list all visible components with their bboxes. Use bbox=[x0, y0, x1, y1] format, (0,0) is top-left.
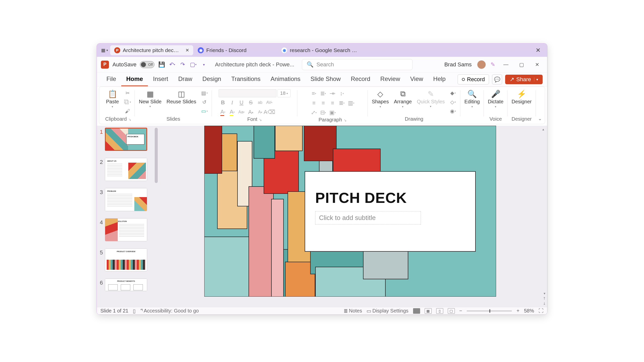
dialog-launcher-icon[interactable]: ↘ bbox=[259, 118, 262, 122]
numbering-button[interactable]: ≣▾ bbox=[319, 90, 328, 97]
underline-button[interactable]: U bbox=[237, 99, 246, 106]
tab-transitions[interactable]: Transitions bbox=[226, 72, 265, 86]
slideshow-view-button[interactable]: ▢ bbox=[448, 308, 455, 314]
tab-design[interactable]: Design bbox=[197, 72, 226, 86]
justify-button[interactable]: ≣▾ bbox=[338, 99, 346, 107]
qat-customize-icon[interactable]: ▾ bbox=[200, 61, 207, 68]
dialog-launcher-icon[interactable]: ↘ bbox=[128, 117, 131, 121]
accessibility-status[interactable]: ཀAccessibility: Good to go bbox=[140, 308, 199, 314]
font-size-select[interactable]: 18▾ bbox=[277, 89, 291, 97]
reset-button[interactable]: ↺ bbox=[200, 98, 209, 106]
tab-home[interactable]: Home bbox=[121, 72, 148, 86]
clear-format-button[interactable]: A⌫ bbox=[265, 108, 274, 116]
thumb-row-1[interactable]: 1 PITCH DECK bbox=[98, 128, 157, 151]
shape-outline-button[interactable]: ◇ bbox=[449, 98, 457, 106]
highlight-button[interactable]: A▾ bbox=[228, 108, 236, 116]
thumb-card[interactable]: PRODUCT OVERVIEW bbox=[105, 248, 147, 272]
record-button[interactable]: Record bbox=[458, 74, 489, 84]
save-icon[interactable]: 💾 bbox=[158, 61, 165, 68]
maximize-button[interactable]: ▢ bbox=[515, 60, 528, 70]
editing-button[interactable]: 🔍Editing bbox=[462, 88, 482, 109]
scroll-down-icon[interactable]: ▾ bbox=[544, 291, 545, 295]
prev-slide-icon[interactable]: ⤓ bbox=[543, 301, 546, 305]
user-name[interactable]: Brad Sams bbox=[444, 61, 472, 68]
tab-insert[interactable]: Insert bbox=[148, 72, 173, 86]
list-level-button[interactable]: ⇥▾ bbox=[328, 90, 337, 97]
shadow-button[interactable]: ab bbox=[256, 99, 264, 106]
thumb-card[interactable]: PITCH DECK bbox=[105, 128, 147, 151]
ribbon-collapse-button[interactable]: ⌄ bbox=[538, 116, 542, 121]
thumbnail-panel[interactable]: 1 PITCH DECK 2 ABOUT US 3 PROBLEM 4 SOLU… bbox=[97, 126, 159, 307]
line-spacing-button[interactable]: ↕▾ bbox=[338, 90, 346, 97]
font-name-select[interactable] bbox=[219, 89, 276, 97]
redo-icon[interactable]: ↷ bbox=[179, 61, 186, 68]
align-left-button[interactable]: ≡ bbox=[310, 99, 318, 107]
search-input[interactable]: 🔍 Search bbox=[302, 59, 413, 70]
thumb-scrollbar[interactable] bbox=[155, 128, 158, 183]
browser-tab-3[interactable]: ◉ research - Google Search - Goo... bbox=[277, 45, 363, 55]
browser-close-button[interactable]: ✕ bbox=[531, 47, 545, 54]
thumb-card[interactable]: SOLUTION bbox=[105, 218, 147, 241]
format-painter-button[interactable]: 🖌 bbox=[123, 107, 132, 115]
change-case-button[interactable]: Aa▾ bbox=[237, 108, 246, 116]
normal-view-button[interactable] bbox=[413, 308, 420, 314]
slide-canvas-area[interactable]: PITCH DECK Click to add subtitle bbox=[159, 126, 542, 307]
browser-menu-icon[interactable]: ▦ ▾ bbox=[99, 48, 110, 53]
pen-mode-icon[interactable]: ✎ bbox=[489, 61, 496, 68]
italic-button[interactable]: I bbox=[228, 99, 236, 106]
designer-button[interactable]: ⚡Designer bbox=[509, 88, 534, 106]
spellcheck-icon[interactable]: ▯ bbox=[133, 308, 136, 314]
copy-button[interactable]: ⿻ bbox=[123, 98, 132, 106]
notes-button[interactable]: ≣ Notes bbox=[344, 308, 362, 314]
grow-font-button[interactable]: A▴ bbox=[247, 108, 255, 116]
bold-button[interactable]: B bbox=[219, 99, 227, 106]
tab-record[interactable]: Record bbox=[346, 72, 375, 86]
shape-effects-button[interactable]: ◉ bbox=[449, 107, 457, 115]
thumb-row-3[interactable]: 3 PROBLEM bbox=[98, 188, 157, 211]
zoom-slider[interactable] bbox=[467, 310, 512, 311]
reuse-slides-button[interactable]: ◫Reuse Slides bbox=[165, 88, 198, 105]
thumb-row-6[interactable]: 6 PRODUCT BENEFITS bbox=[98, 279, 157, 291]
layout-button[interactable]: ▤ bbox=[200, 89, 209, 97]
bullets-button[interactable]: ≡▾ bbox=[310, 90, 318, 97]
avatar[interactable] bbox=[477, 60, 486, 69]
text-direction-button[interactable]: ⤢▾ bbox=[310, 109, 318, 116]
thumb-card[interactable]: ABOUT US bbox=[105, 158, 147, 181]
next-slide-icon[interactable]: ⤒ bbox=[543, 296, 546, 300]
undo-icon[interactable]: ↶▾ bbox=[169, 61, 176, 68]
arrange-button[interactable]: ⧉Arrange bbox=[392, 88, 414, 109]
thumb-card[interactable]: PRODUCT BENEFITS bbox=[105, 279, 147, 291]
close-icon[interactable]: ✕ bbox=[185, 48, 189, 53]
comments-button[interactable]: 💬 bbox=[492, 74, 502, 84]
paste-button[interactable]: 📋Paste bbox=[104, 88, 121, 109]
share-button[interactable]: ↗Share bbox=[505, 75, 543, 84]
fit-to-window-button[interactable]: ⛶ bbox=[539, 308, 544, 314]
thumb-row-4[interactable]: 4 SOLUTION bbox=[98, 218, 157, 241]
shrink-font-button[interactable]: A▾ bbox=[256, 108, 264, 116]
zoom-in-button[interactable]: + bbox=[516, 308, 519, 314]
slide-title[interactable]: PITCH DECK bbox=[315, 189, 465, 206]
tab-help[interactable]: Help bbox=[428, 72, 451, 86]
present-icon[interactable]: ▢▾ bbox=[190, 61, 197, 68]
title-text-box[interactable]: PITCH DECK Click to add subtitle bbox=[305, 171, 476, 252]
document-title[interactable]: Architecture pitch deck - Powe... bbox=[215, 61, 294, 68]
reading-view-button[interactable]: ▯ bbox=[436, 308, 443, 314]
thumb-card[interactable]: PROBLEM bbox=[105, 188, 147, 211]
tab-file[interactable]: File bbox=[101, 72, 121, 86]
spacing-button[interactable]: AV▾ bbox=[265, 99, 274, 106]
dialog-launcher-icon[interactable]: ↘ bbox=[344, 118, 347, 122]
autosave-toggle[interactable]: Off bbox=[140, 61, 154, 68]
display-settings-button[interactable]: ▭ Display Settings bbox=[367, 308, 408, 314]
browser-tab-2[interactable]: ◉ Friends - Discord bbox=[194, 45, 277, 55]
shapes-button[interactable]: ◇Shapes bbox=[370, 88, 391, 109]
new-slide-button[interactable]: ▦New Slide bbox=[137, 88, 164, 109]
thumb-row-5[interactable]: 5 PRODUCT OVERVIEW bbox=[98, 248, 157, 272]
vertical-scrollbar[interactable]: ▴ ▾ ⤒ ⤓ bbox=[542, 126, 547, 307]
align-text-button[interactable]: ⊟▾ bbox=[319, 109, 328, 116]
tab-animations[interactable]: Animations bbox=[266, 72, 306, 86]
align-right-button[interactable]: ≡ bbox=[328, 99, 337, 107]
tab-slideshow[interactable]: Slide Show bbox=[305, 72, 346, 86]
scroll-up-icon[interactable]: ▴ bbox=[542, 127, 544, 131]
zoom-out-button[interactable]: − bbox=[459, 308, 462, 314]
align-center-button[interactable]: ≡ bbox=[319, 99, 328, 107]
